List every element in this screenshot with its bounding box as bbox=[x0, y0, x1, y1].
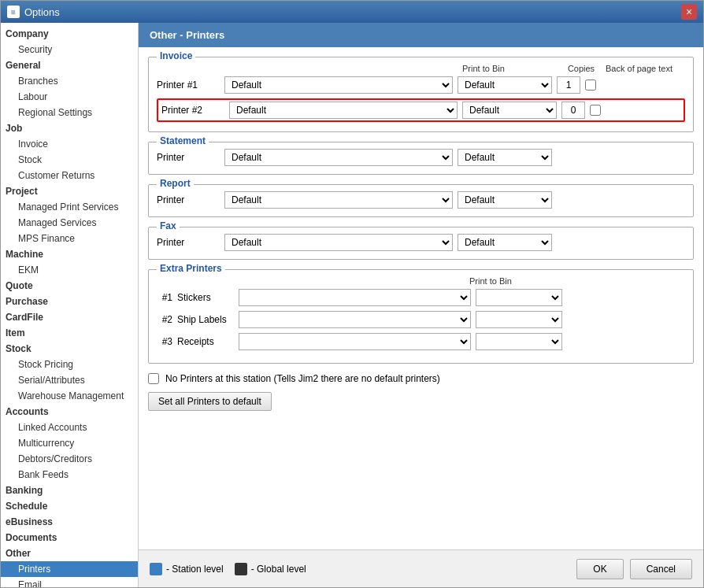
printer2-bin-select[interactable]: Default bbox=[462, 102, 557, 119]
set-all-printers-button[interactable]: Set all Printers to default bbox=[148, 392, 272, 411]
sidebar-item-purchase[interactable]: Purchase bbox=[1, 294, 138, 309]
extra-row-ship-labels: #2 Ship Labels bbox=[157, 311, 685, 328]
sidebar-item-machine[interactable]: Machine bbox=[1, 246, 138, 262]
statement-bin-select[interactable]: Default bbox=[458, 149, 552, 166]
options-window: ≡ Options × Company Security General Bra… bbox=[0, 0, 704, 588]
sidebar-item-item[interactable]: Item bbox=[1, 325, 138, 341]
extra-printers-section: Extra Printers Print to Bin #1 Stickers bbox=[148, 269, 694, 364]
sidebar-item-linked[interactable]: Linked Accounts bbox=[1, 420, 138, 435]
main-layout: Company Security General Branches Labour… bbox=[1, 23, 703, 587]
ok-button[interactable]: OK bbox=[576, 559, 623, 579]
sidebar-item-managed-services[interactable]: Managed Services bbox=[1, 215, 138, 231]
sidebar-item-customer-returns[interactable]: Customer Returns bbox=[1, 168, 138, 183]
invoice-section-label: Invoice bbox=[157, 50, 195, 61]
sidebar-item-managed-print[interactable]: Managed Print Services bbox=[1, 199, 138, 215]
printer2-backpage-checkbox[interactable] bbox=[590, 105, 601, 116]
extra-name-receipts: Receipts bbox=[177, 336, 234, 347]
printer1-label: Printer #1 bbox=[157, 80, 220, 91]
sidebar-item-stock[interactable]: Stock bbox=[1, 341, 138, 357]
sidebar-item-branches[interactable]: Branches bbox=[1, 73, 138, 89]
fax-printer-row: Printer Default Default bbox=[157, 234, 685, 251]
back-page-header: Back of page text bbox=[606, 64, 673, 73]
no-printers-checkbox[interactable] bbox=[148, 373, 159, 384]
sidebar-item-labour[interactable]: Labour bbox=[1, 89, 138, 105]
sidebar-item-quote[interactable]: Quote bbox=[1, 278, 138, 294]
statement-section-label: Statement bbox=[157, 135, 209, 146]
footer-buttons: OK Cancel bbox=[576, 559, 692, 579]
extra-stickers-select[interactable] bbox=[239, 289, 471, 306]
statement-printer-label: Printer bbox=[157, 152, 220, 163]
extra-stickers-bin-select[interactable] bbox=[476, 289, 562, 306]
extra-receipts-select[interactable] bbox=[239, 333, 471, 350]
sidebar-item-email[interactable]: Email bbox=[1, 577, 138, 587]
close-button[interactable]: × bbox=[681, 4, 697, 20]
extra-num-3: #3 bbox=[157, 336, 172, 347]
extra-name-ship-labels: Ship Labels bbox=[177, 314, 234, 325]
sidebar-item-ebusiness[interactable]: eBusiness bbox=[1, 514, 138, 530]
global-legend: - Global level bbox=[235, 563, 306, 575]
fax-section: Fax Printer Default Default bbox=[148, 227, 694, 260]
sidebar-item-stock-pricing[interactable]: Stock Pricing bbox=[1, 357, 138, 372]
printer1-select[interactable]: Default bbox=[224, 76, 453, 94]
extra-ship-labels-bin-select[interactable] bbox=[476, 311, 562, 328]
report-section: Report Printer Default Default bbox=[148, 184, 694, 217]
sidebar-item-stock-job[interactable]: Stock bbox=[1, 152, 138, 168]
station-legend-label: - Station level bbox=[166, 564, 224, 575]
footer: - Station level - Global level OK Cancel bbox=[139, 549, 703, 587]
sidebar-item-schedule[interactable]: Schedule bbox=[1, 498, 138, 514]
fax-printer-select[interactable]: Default bbox=[224, 234, 453, 251]
extra-name-stickers: Stickers bbox=[177, 292, 234, 303]
printer1-copies-input[interactable] bbox=[557, 76, 580, 94]
report-printer-row: Printer Default Default bbox=[157, 191, 685, 209]
fax-bin-select[interactable]: Default bbox=[458, 234, 552, 251]
printer2-label: Printer #2 bbox=[161, 105, 224, 116]
footer-legend: - Station level - Global level bbox=[150, 563, 306, 575]
no-printers-row: No Printers at this station (Tells Jim2 … bbox=[148, 373, 694, 384]
report-printer-select[interactable]: Default bbox=[224, 191, 453, 209]
sidebar-item-ekm[interactable]: EKM bbox=[1, 262, 138, 278]
sidebar-item-cardfile[interactable]: CardFile bbox=[1, 309, 138, 325]
sidebar-item-other[interactable]: Other bbox=[1, 545, 138, 561]
sidebar-item-security[interactable]: Security bbox=[1, 42, 138, 57]
sidebar-item-invoice[interactable]: Invoice bbox=[1, 136, 138, 152]
sidebar-item-documents[interactable]: Documents bbox=[1, 530, 138, 545]
content-title: Other - Printers bbox=[139, 23, 703, 47]
sidebar-item-warehouse[interactable]: Warehouse Management bbox=[1, 388, 138, 404]
sidebar-item-bank-feeds[interactable]: Bank Feeds bbox=[1, 467, 138, 483]
statement-printer-select[interactable]: Default bbox=[224, 149, 453, 166]
report-section-label: Report bbox=[157, 178, 194, 189]
content-area: Other - Printers Invoice Print to Bin Co… bbox=[139, 23, 703, 587]
copies-header: Copies bbox=[561, 64, 601, 73]
cancel-button[interactable]: Cancel bbox=[630, 559, 692, 579]
sidebar-item-banking[interactable]: Banking bbox=[1, 483, 138, 498]
printer2-copies-input[interactable] bbox=[561, 102, 585, 119]
extra-ship-labels-select[interactable] bbox=[239, 311, 471, 328]
printer1-bin-select[interactable]: Default bbox=[458, 76, 552, 94]
sidebar-item-mps-finance[interactable]: MPS Finance bbox=[1, 231, 138, 246]
extra-print-to-bin-header: Print to Bin bbox=[469, 276, 512, 286]
print-to-bin-header: Print to Bin bbox=[462, 64, 557, 73]
sidebar-item-regional[interactable]: Regional Settings bbox=[1, 105, 138, 120]
global-legend-box bbox=[235, 563, 247, 575]
extra-row-receipts: #3 Receipts bbox=[157, 333, 685, 350]
sidebar-item-serial[interactable]: Serial/Attributes bbox=[1, 372, 138, 388]
extra-receipts-bin-select[interactable] bbox=[476, 333, 562, 350]
sidebar-item-multicurrency[interactable]: Multicurrency bbox=[1, 435, 138, 451]
sidebar-item-debtors[interactable]: Debtors/Creditors bbox=[1, 451, 138, 467]
sidebar-item-printers[interactable]: Printers bbox=[1, 561, 138, 577]
sidebar: Company Security General Branches Labour… bbox=[1, 23, 139, 587]
station-legend: - Station level bbox=[150, 563, 224, 575]
statement-section: Statement Printer Default Default bbox=[148, 142, 694, 175]
invoice-section: Invoice Print to Bin Copies Back of page… bbox=[148, 57, 694, 132]
window-title: Options bbox=[24, 6, 60, 18]
report-bin-select[interactable]: Default bbox=[458, 191, 552, 209]
sidebar-item-accounts[interactable]: Accounts bbox=[1, 404, 138, 420]
printer2-select[interactable]: Default bbox=[229, 102, 458, 119]
sidebar-item-company[interactable]: Company bbox=[1, 26, 138, 42]
sidebar-item-general[interactable]: General bbox=[1, 57, 138, 73]
sidebar-item-project[interactable]: Project bbox=[1, 183, 138, 199]
sidebar-item-job[interactable]: Job bbox=[1, 120, 138, 136]
printer1-backpage-checkbox[interactable] bbox=[585, 80, 596, 91]
station-legend-box bbox=[150, 563, 162, 575]
fax-section-label: Fax bbox=[157, 220, 180, 231]
